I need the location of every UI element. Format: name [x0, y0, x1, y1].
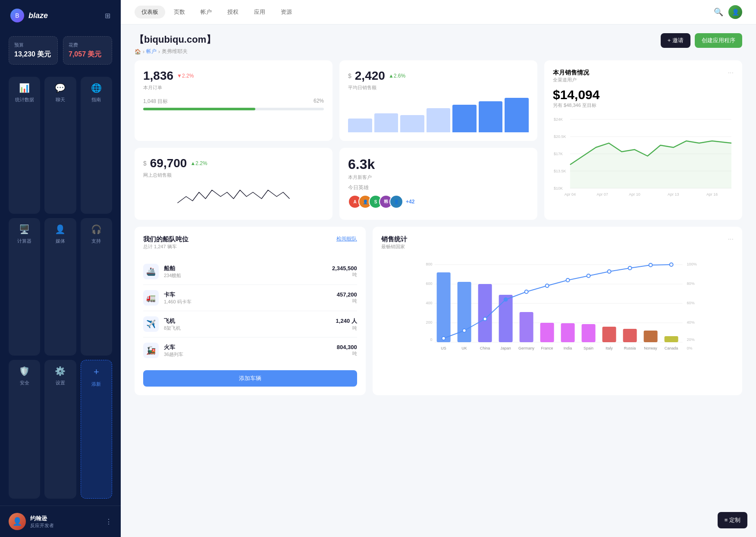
svg-text:200: 200 [426, 320, 432, 325]
dot-norway [649, 263, 652, 267]
fleet-detail: 234艘船 [164, 272, 327, 279]
sidebar-settings-icon[interactable]: ⊞ [105, 12, 110, 20]
fleet-link[interactable]: 检阅舰队 [336, 235, 357, 243]
sidebar-item-chat[interactable]: 💬 聊天 [44, 77, 76, 214]
bar-italy [602, 327, 616, 342]
sidebar-item-support[interactable]: 🎧 支持 [81, 218, 112, 355]
bottom-grid: 我们的船队吨位 总计 1,247 辆车 检阅舰队 🚢 船舶 234艘船 2,34… [135, 227, 742, 395]
add-vehicle-button[interactable]: 添加车辆 [143, 370, 357, 387]
fleet-info-truck: 卡车 1,460 码卡车 [164, 291, 332, 305]
svg-text:$17K: $17K [554, 152, 563, 156]
svg-text:100%: 100% [687, 262, 696, 266]
line-chart-svg: $24K $20.5K $17K $13.5K $10K [553, 113, 734, 199]
add-icon: + [94, 366, 99, 378]
search-icon[interactable]: 🔍 [714, 7, 723, 17]
svg-text:India: India [564, 346, 572, 350]
dot-russia [628, 266, 631, 270]
orders-card: 1,836 ▼2.2% 本月订单 1,048 目标 62% [135, 60, 333, 141]
page-actions: + 邀请 创建应用程序 [661, 33, 742, 48]
tab-pages[interactable]: 页数 [167, 6, 192, 19]
svg-text:$10K: $10K [554, 186, 563, 190]
sidebar-header: B blaze ⊞ [0, 0, 121, 31]
user-role: 反应开发者 [30, 522, 54, 529]
dot-germany [524, 290, 528, 293]
sidebar-item-stats[interactable]: 📊 统计数据 [9, 77, 40, 214]
orders-change: ▼2.2% [177, 73, 194, 79]
monthly-sales-amount: $14,094 [553, 87, 734, 102]
fleet-amount-train: 804,300 吨 [337, 344, 357, 357]
progress-pct: 62% [314, 98, 324, 105]
sidebar-item-media[interactable]: 👤 媒体 [44, 218, 76, 355]
tab-auth[interactable]: 授权 [220, 6, 245, 19]
bar-russia [623, 329, 637, 342]
train-icon: 🚂 [143, 343, 159, 358]
dot-spain [587, 274, 590, 278]
breadcrumb-accounts[interactable]: 帐户 [146, 48, 157, 55]
svg-text:400: 400 [426, 301, 432, 305]
daily-sales-label: 平均日销售额 [348, 84, 529, 91]
progress-section: 1,048 目标 62% [143, 98, 324, 110]
bar-canada [664, 336, 678, 342]
sidebar-item-settings[interactable]: ⚙️ 设置 [44, 360, 76, 499]
fleet-detail: 1,460 码卡车 [164, 299, 332, 305]
svg-text:$20.5K: $20.5K [554, 134, 566, 139]
total-sales-label: 网上总销售额 [143, 172, 324, 178]
progress-fill [143, 108, 255, 110]
fleet-detail: 8架飞机 [164, 325, 331, 331]
page-title: 【biqubiqu.com】 [135, 33, 216, 46]
svg-text:Apr 13: Apr 13 [668, 192, 679, 197]
daily-sales-card: $ 2,420 ▲2.6% 平均日销售额 [339, 60, 537, 141]
fleet-info-plane: 飞机 8架飞机 [164, 317, 331, 331]
sidebar-item-label: 媒体 [56, 238, 65, 244]
fleet-info-ship: 船舶 234艘船 [164, 265, 327, 279]
user-details: 约翰逊 反应开发者 [30, 515, 54, 529]
breadcrumb: 🏠 › 帐户 › 奥弗维耶夫 [135, 48, 216, 55]
progress-label: 1,048 目标 62% [143, 98, 324, 105]
bar-japan [499, 295, 512, 342]
expense-amount: 7,057 美元 [69, 50, 107, 59]
monthly-sales-title: 本月销售情况 [553, 69, 589, 77]
svg-text:$24K: $24K [554, 117, 563, 122]
create-app-button[interactable]: 创建应用程序 [695, 33, 742, 48]
page-content: 【biqubiqu.com】 🏠 › 帐户 › 奥弗维耶夫 + 邀请 创建应用程… [121, 25, 756, 537]
stats-icon: 📊 [19, 83, 30, 93]
tab-dashboard[interactable]: 仪表板 [135, 6, 165, 19]
logo-icon: B [10, 9, 24, 22]
dot-italy [607, 270, 611, 273]
stats-grid: 1,836 ▼2.2% 本月订单 1,048 目标 62% $ [135, 60, 742, 220]
sidebar-item-calc[interactable]: 🖥️ 计算器 [9, 218, 40, 355]
svg-text:80%: 80% [687, 281, 694, 286]
fleet-item-truck: 🚛 卡车 1,460 码卡车 457,200 吨 [143, 285, 357, 311]
page-header: 【biqubiqu.com】 🏠 › 帐户 › 奥弗维耶夫 + 邀请 创建应用程… [135, 33, 742, 55]
customize-button[interactable]: ≡ 定制 [718, 512, 747, 528]
more-button[interactable]: ⋮ [105, 518, 112, 526]
tab-resources[interactable]: 资源 [274, 6, 299, 19]
hero-count: +42 [406, 199, 414, 205]
svg-text:40%: 40% [687, 320, 694, 325]
tab-apps[interactable]: 应用 [247, 6, 272, 19]
fleet-unit: 吨 [337, 350, 357, 357]
bar-germany [519, 312, 533, 342]
expense-card: 花费 7,057 美元 [63, 36, 112, 65]
sidebar-item-guide[interactable]: 🌐 指南 [81, 77, 112, 214]
bar-india [561, 323, 574, 342]
ship-icon: 🚢 [143, 264, 159, 279]
sidebar-item-security[interactable]: 🛡️ 安全 [9, 360, 40, 499]
invite-button[interactable]: + 邀请 [661, 33, 690, 48]
svg-text:Norway: Norway [644, 346, 657, 350]
daily-sales-change: ▲2.6% [389, 73, 405, 79]
hero-section: 今日英雄 A 👤 S 韩 👤 +42 [348, 184, 529, 209]
fleet-title: 我们的船队吨位 [143, 235, 188, 244]
support-icon: 🎧 [91, 224, 102, 234]
fleet-tons: 804,300 [337, 344, 357, 350]
sales-stats-card: 销售统计 最畅销国家 ··· 800 600 400 200 0 100% 80… [373, 227, 742, 395]
sales-stats-more[interactable]: ··· [728, 235, 734, 243]
tab-accounts[interactable]: 帐户 [194, 6, 219, 19]
monthly-sales-more[interactable]: ··· [728, 69, 734, 77]
user-menu-icon[interactable]: 👤 [728, 5, 742, 19]
budget-amount: 13,230 美元 [14, 50, 52, 59]
fleet-card: 我们的船队吨位 总计 1,247 辆车 检阅舰队 🚢 船舶 234艘船 2,34… [135, 227, 366, 395]
svg-text:Germany: Germany [518, 346, 535, 350]
logo-area: B blaze [10, 9, 48, 22]
sidebar-item-add[interactable]: + 添新 [81, 360, 112, 499]
